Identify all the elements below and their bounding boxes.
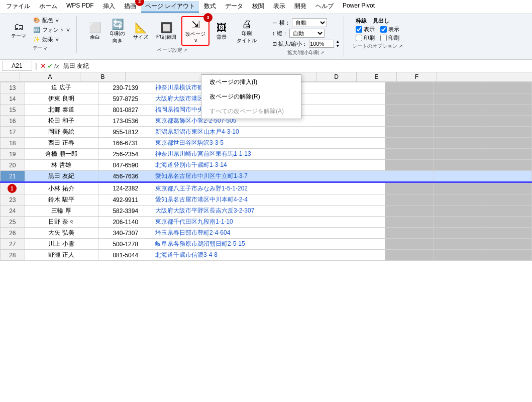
cell-e[interactable] [434, 182, 483, 194]
cell-name[interactable]: 岡野 美絵 [25, 127, 98, 138]
grid-container[interactable]: 13迫 広子230-7139神奈川県横浜市鶴見区向井町3-5-2014伊東 良明… [0, 82, 532, 402]
sheet-options-expand-icon[interactable]: ↗ [399, 44, 403, 49]
table-row[interactable]: 26大矢 弘美340-7307埼玉県春日部市豊町2-4-604 [1, 228, 532, 239]
cell-e[interactable] [434, 160, 483, 171]
cell-d[interactable] [385, 149, 434, 160]
gridlines-print-check[interactable] [356, 35, 362, 41]
cell-address[interactable]: 北海道登別市千歳町1-3-14 [153, 160, 385, 171]
cell-name[interactable]: 松田 和子 [25, 116, 98, 127]
cell-zip[interactable]: 124-2382 [98, 182, 153, 194]
cell-zip[interactable]: 500-1278 [98, 239, 153, 250]
cell-zip[interactable]: 456-7636 [98, 171, 153, 182]
cell-address[interactable]: 新潟県新潟市東区山木戸4-3-10 [153, 127, 385, 138]
btn-size[interactable]: 📐 サイズ [130, 20, 151, 42]
cell-e[interactable] [434, 250, 483, 261]
cell-name[interactable]: 北郷 泰道 [25, 105, 98, 116]
cell-name[interactable]: 林 哲雄 [25, 160, 98, 171]
cell-e[interactable] [434, 127, 483, 138]
cell-d[interactable] [385, 82, 434, 93]
cell-zip[interactable]: 801-0827 [98, 105, 153, 116]
cell-f[interactable] [483, 149, 531, 160]
cell-name[interactable]: 倉橋 順一郎 [25, 149, 98, 160]
cell-zip[interactable]: 047-6590 [98, 160, 153, 171]
cell-d[interactable] [385, 217, 434, 228]
cell-address[interactable]: 岐阜県各務原市鵜沼朝日町2-5-15 [153, 239, 385, 250]
table-row[interactable]: 19倉橋 順一郎256-2354神奈川県川崎市宮前区東有馬1-1-13 [1, 149, 532, 160]
menu-draw[interactable]: 描画2 [120, 1, 140, 13]
menu-data[interactable]: データ [221, 1, 247, 13]
cell-e[interactable] [434, 228, 483, 239]
table-row[interactable]: 20林 哲雄047-6590北海道登別市千歳町1-3-14 [1, 160, 532, 171]
formula-function-icon[interactable]: fx [54, 62, 59, 70]
cell-d[interactable] [385, 138, 434, 149]
cell-d[interactable] [385, 171, 434, 182]
menu-view[interactable]: 表示 [269, 1, 289, 13]
cell-address[interactable]: 東京都千代田区九段南1-1-10 [153, 217, 385, 228]
btn-margin[interactable]: ⬜ 余白 [85, 20, 105, 42]
cell-name[interactable]: 鈴木 駿平 [25, 194, 98, 206]
cell-d[interactable] [385, 93, 434, 105]
table-row[interactable]: 23鈴木 駿平492-9911愛知県名古屋市港区中川本町4-2-4 [1, 194, 532, 206]
cell-address[interactable]: 北海道千歳市信濃3-4-8 [153, 250, 385, 261]
cell-name[interactable]: 三輪 厚 [25, 206, 98, 217]
btn-print-title[interactable]: 🖨 印刷タイトル [234, 17, 260, 46]
cell-e[interactable] [434, 239, 483, 250]
cell-e[interactable] [434, 116, 483, 127]
menu-home[interactable]: ホーム [35, 1, 61, 13]
menu-insert[interactable]: 挿入 [99, 1, 119, 13]
menu-remove-page-break[interactable]: 改ページの解除(R) [201, 89, 301, 104]
cell-f[interactable] [483, 228, 531, 239]
width-select[interactable]: 自動 [292, 18, 327, 27]
table-row[interactable]: 1小林 祐介124-2382東京都八王子市みなみ野1-5-1-202 [1, 182, 532, 194]
cell-f[interactable] [483, 217, 531, 228]
menu-wps-pdf[interactable]: WPS PDF [62, 1, 98, 13]
cell-zip[interactable]: 582-3394 [98, 206, 153, 217]
btn-page-break[interactable]: ⇲ 改ページ∨ 3 [181, 16, 209, 46]
cell-name[interactable]: 迫 広子 [25, 82, 98, 93]
cell-d[interactable] [385, 116, 434, 127]
btn-color[interactable]: 🎨 配色 ∨ [31, 16, 72, 25]
headings-print-check[interactable] [380, 35, 387, 41]
cell-f[interactable] [483, 127, 531, 138]
page-setup-expand-icon[interactable]: ↗ [183, 48, 187, 53]
formula-input[interactable] [61, 61, 530, 70]
cell-address[interactable]: 大阪府大阪市平野区長吉六反3-2-307 [153, 206, 385, 217]
cell-e[interactable] [434, 82, 483, 93]
cell-zip[interactable]: 492-9911 [98, 194, 153, 206]
col-header-e[interactable]: E [357, 72, 397, 81]
cell-d[interactable] [385, 182, 434, 194]
cell-e[interactable] [434, 206, 483, 217]
menu-power-pivot[interactable]: Power Pivot [339, 1, 379, 13]
cell-zip[interactable]: 166-6731 [98, 138, 153, 149]
cell-zip[interactable]: 206-1140 [98, 217, 153, 228]
menu-review[interactable]: 校閲 [248, 1, 268, 13]
btn-font[interactable]: 🔤 フォント ∨ [31, 26, 72, 34]
cell-address[interactable]: 東京都八王子市みなみ野1-5-1-202 [153, 182, 385, 194]
cell-zip[interactable]: 340-7307 [98, 228, 153, 239]
cell-e[interactable] [434, 93, 483, 105]
btn-effect[interactable]: ✨ 効果 ∨ [31, 35, 72, 44]
btn-background[interactable]: 🖼 背景 [211, 20, 232, 42]
table-row[interactable]: 21黒田 友紀456-7636愛知県名古屋市中川区牛立町1-3-7 [1, 171, 532, 182]
cell-address[interactable]: 神奈川県川崎市宮前区東有馬1-1-13 [153, 149, 385, 160]
cell-name[interactable]: 黒田 友紀 [25, 171, 98, 182]
cell-zip[interactable]: 173-0536 [98, 116, 153, 127]
cell-f[interactable] [483, 250, 531, 261]
cell-d[interactable] [385, 228, 434, 239]
cell-d[interactable] [385, 127, 434, 138]
menu-page-layout[interactable]: ページ レイアウト [141, 1, 199, 13]
cell-f[interactable] [483, 194, 531, 206]
cell-zip[interactable]: 081-5044 [98, 250, 153, 261]
col-header-a[interactable]: A [20, 72, 80, 81]
cell-address[interactable]: 東京都世田谷区駒沢3-3-5 [153, 138, 385, 149]
cell-e[interactable] [434, 171, 483, 182]
cell-zip[interactable]: 256-2354 [98, 149, 153, 160]
cell-name[interactable]: 大矢 弘美 [25, 228, 98, 239]
cell-address[interactable]: 埼玉県春日部市豊町2-4-604 [153, 228, 385, 239]
scale-input[interactable] [309, 40, 334, 48]
table-row[interactable]: 25日野 奈々206-1140東京都千代田区九段南1-1-10 [1, 217, 532, 228]
cell-f[interactable] [483, 82, 531, 93]
menu-file[interactable]: ファイル [2, 1, 34, 13]
table-row[interactable]: 18西田 正春166-6731東京都世田谷区駒沢3-3-5 [1, 138, 532, 149]
headings-show-check[interactable] [380, 26, 387, 33]
